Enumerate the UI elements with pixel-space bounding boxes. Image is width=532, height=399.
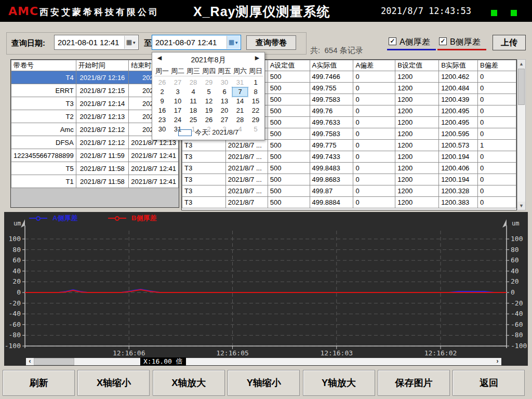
calendar-day[interactable]: 9: [154, 97, 170, 106]
calendar-day[interactable]: 18: [185, 106, 201, 115]
today-marker-box: [178, 129, 192, 136]
calendar-day[interactable]: 13: [217, 97, 232, 106]
table-row[interactable]: T32021/8/7 ...500499.87012001200.3280: [182, 185, 516, 197]
calendar-day[interactable]: 27: [170, 78, 185, 87]
calendar-day[interactable]: 10: [170, 97, 185, 106]
table-cell: 0: [353, 71, 395, 83]
calendar-day[interactable]: 8: [248, 87, 263, 97]
y-zoom-out-button[interactable]: Y轴缩小: [228, 370, 300, 396]
table-row[interactable]: T12021/8/7 11:582021/8/7 12:41: [11, 175, 179, 188]
svg-text:-80: -80: [511, 331, 523, 339]
calendar-day[interactable]: 21: [232, 106, 248, 115]
column-header: B实际值: [439, 60, 478, 71]
table-cell: ERRT: [11, 84, 76, 97]
calendar-day[interactable]: 14: [232, 97, 248, 106]
table-cell: 499.775: [310, 140, 353, 151]
table-row[interactable]: T52021/8/7 11:582021/8/7 12:41: [11, 162, 179, 175]
calendar-day[interactable]: 3: [170, 87, 185, 97]
calendar-day[interactable]: 20: [217, 106, 232, 115]
scroll-right-icon[interactable]: ›: [494, 358, 501, 365]
table-cell: 1200: [395, 140, 439, 151]
calendar-day[interactable]: 1: [248, 78, 263, 87]
checkbox-a-label[interactable]: A侧厚差: [400, 37, 430, 48]
svg-text:60: 60: [511, 256, 519, 264]
table-cell: T3: [182, 163, 226, 174]
calendar-dropdown-icon[interactable]: ▦▼: [227, 36, 240, 49]
table-cell: 499.8483: [310, 163, 353, 174]
calendar-day[interactable]: 5: [201, 87, 217, 97]
table-cell: 500: [268, 71, 310, 83]
table-cell: 0: [353, 174, 395, 185]
column-header: B偏差: [478, 60, 516, 71]
calendar-day[interactable]: 24: [170, 115, 185, 125]
calendar-dropdown-icon[interactable]: ▦▼: [124, 36, 138, 49]
calendar-day-grid: 2627282930311234567891011121314151617181…: [154, 78, 263, 134]
table-row[interactable]: T32021/8/7 ...500499.7433012001200.1940: [182, 151, 516, 163]
table-cell: 0: [353, 117, 395, 128]
calendar-day[interactable]: 26: [201, 115, 217, 125]
calendar-day[interactable]: 26: [154, 78, 170, 87]
table-cell: 0: [353, 140, 395, 151]
calendar-day[interactable]: 22: [248, 106, 263, 115]
svg-text:80: 80: [12, 246, 21, 254]
date-from-value: 2021-08-01 12:41: [58, 38, 119, 47]
calendar-day[interactable]: 6: [217, 87, 232, 97]
calendar-day[interactable]: 31: [232, 78, 248, 87]
calendar-day[interactable]: 11: [185, 97, 201, 106]
calendar-day[interactable]: 12: [201, 97, 217, 106]
calendar-day[interactable]: 30: [217, 78, 232, 87]
calendar-day[interactable]: 29: [201, 78, 217, 87]
chart-horizontal-scrollbar[interactable]: ‹ X:16.00 倍 ›: [26, 358, 501, 365]
checkbox-b-label[interactable]: B侧厚差: [450, 37, 481, 48]
table-cell: 2021/8/7 ...: [225, 163, 268, 174]
calendar-day[interactable]: 7: [232, 87, 248, 97]
a-side-color-bar: [387, 49, 436, 50]
calendar-next-icon[interactable]: ▶: [253, 55, 261, 63]
save-image-button[interactable]: 保存图片: [378, 370, 450, 396]
data-table-scrollbar[interactable]: ▲ ▼: [517, 59, 526, 210]
scrollbar-thumb[interactable]: [518, 69, 525, 105]
calendar-day[interactable]: 19: [201, 106, 217, 115]
back-button[interactable]: 返回: [453, 370, 525, 396]
svg-text:60: 60: [12, 256, 21, 264]
date-to-input[interactable]: 2021-08-07 12:41 ▦▼: [152, 35, 241, 50]
calendar-day[interactable]: 4: [185, 87, 201, 97]
calendar-day[interactable]: 2: [154, 87, 170, 97]
calendar-day[interactable]: 29: [248, 115, 263, 125]
table-row[interactable]: T32021/8/7500499.8884012001200.3830: [182, 197, 516, 208]
table-cell: 500: [268, 83, 310, 94]
query-coil-button[interactable]: 查询带卷: [246, 35, 296, 50]
chart-scrollbar-thumb[interactable]: [34, 358, 74, 365]
x-zoom-out-button[interactable]: X轴缩小: [77, 370, 150, 396]
calendar-day[interactable]: 17: [170, 106, 185, 115]
calendar-day[interactable]: 15: [248, 97, 263, 106]
scroll-left-icon[interactable]: ‹: [26, 358, 34, 365]
table-row[interactable]: 12234556677888992021/8/7 11:592021/8/7 1…: [11, 149, 179, 162]
checkbox-b-side[interactable]: ✓: [439, 37, 447, 45]
svg-text:20: 20: [511, 277, 519, 285]
x-zoom-in-button[interactable]: X轴放大: [153, 370, 225, 396]
calendar-day[interactable]: 25: [185, 115, 201, 125]
calendar-day[interactable]: 16: [154, 106, 170, 115]
svg-text:100: 100: [9, 235, 21, 243]
calendar-today-row[interactable]: 今天: 2021/8/7: [152, 128, 264, 137]
calendar-day[interactable]: 28: [232, 115, 248, 125]
svg-text:100: 100: [511, 235, 523, 243]
y-zoom-in-button[interactable]: Y轴放大: [303, 370, 375, 396]
table-row[interactable]: T32021/8/7 ...500499.8683012001200.1940: [182, 174, 516, 185]
weekday-label: 周四: [201, 66, 217, 76]
svg-text:um: um: [512, 220, 519, 227]
checkbox-a-side[interactable]: ✓: [389, 37, 396, 45]
refresh-button[interactable]: 刷新: [3, 370, 75, 396]
calendar-day[interactable]: 28: [185, 78, 201, 87]
table-row[interactable]: T32021/8/7 ...500499.8483012001200.4060: [182, 163, 516, 174]
scroll-up-icon[interactable]: ▲: [517, 60, 525, 68]
upload-button[interactable]: 上传: [493, 35, 526, 50]
calendar-month-title: 2021年8月: [152, 56, 264, 65]
scroll-down-icon[interactable]: ▼: [517, 202, 525, 210]
table-row[interactable]: T32021/8/7 ...500499.775012001200.5731: [182, 140, 516, 151]
table-cell: 1200.328: [439, 185, 478, 197]
calendar-day[interactable]: 27: [217, 115, 232, 125]
calendar-day[interactable]: 23: [154, 115, 170, 125]
date-from-input[interactable]: 2021-08-01 12:41 ▦▼: [54, 35, 139, 50]
